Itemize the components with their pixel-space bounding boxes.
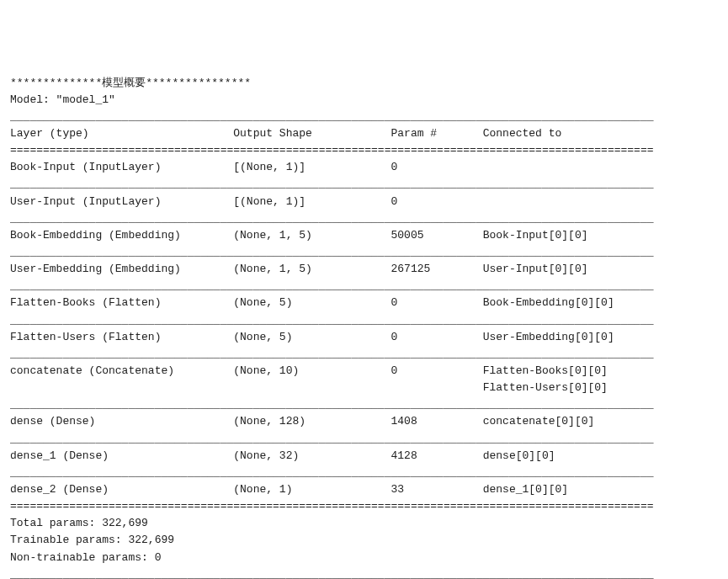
column-headers: Layer (type) Output Shape Param # Connec… (10, 125, 718, 142)
rule-underscore: ________________________________________… (10, 109, 718, 125)
layer-row: User-Embedding (Embedding) (None, 1, 5) … (10, 261, 718, 278)
total-params: Total params: 322,699 (10, 515, 718, 532)
layer-row: dense_2 (Dense) (None, 1) 33 dense_1[0][… (10, 481, 718, 498)
rule-underscore: ________________________________________… (10, 346, 718, 363)
rule-underscore: ________________________________________… (10, 566, 718, 579)
rule-underscore: ________________________________________… (10, 465, 718, 481)
layer-row: concatenate (Concatenate) (None, 10) 0 F… (10, 363, 718, 380)
layer-row: Book-Embedding (Embedding) (None, 1, 5) … (10, 227, 718, 244)
rule-equals: ========================================… (10, 498, 718, 515)
rule-equals: ========================================… (10, 142, 718, 159)
model-summary-text: **************模型概要****************Model:… (10, 75, 718, 579)
rule-underscore: ________________________________________… (10, 431, 718, 448)
non-trainable-params: Non-trainable params: 0 (10, 550, 718, 566)
layer-row: User-Input (InputLayer) [(None, 1)] 0 (10, 194, 718, 210)
rule-underscore: ________________________________________… (10, 278, 718, 295)
layer-row: dense_1 (Dense) (None, 32) 4128 dense[0]… (10, 448, 718, 465)
rule-underscore: ________________________________________… (10, 396, 718, 413)
rule-underscore: ________________________________________… (10, 312, 718, 329)
layer-row: Book-Input (InputLayer) [(None, 1)] 0 (10, 159, 718, 176)
rule-underscore: ________________________________________… (10, 176, 718, 193)
layer-row-extra: Flatten-Users[0][0] (10, 380, 718, 396)
model-name: Model: "model_1" (10, 92, 718, 109)
rule-underscore: ________________________________________… (10, 210, 718, 227)
rule-underscore: ________________________________________… (10, 244, 718, 261)
layer-row: Flatten-Users (Flatten) (None, 5) 0 User… (10, 329, 718, 346)
layer-row: Flatten-Books (Flatten) (None, 5) 0 Book… (10, 295, 718, 311)
section-title: **************模型概要**************** (10, 75, 718, 92)
layer-row: dense (Dense) (None, 128) 1408 concatena… (10, 413, 718, 430)
trainable-params: Trainable params: 322,699 (10, 532, 718, 549)
